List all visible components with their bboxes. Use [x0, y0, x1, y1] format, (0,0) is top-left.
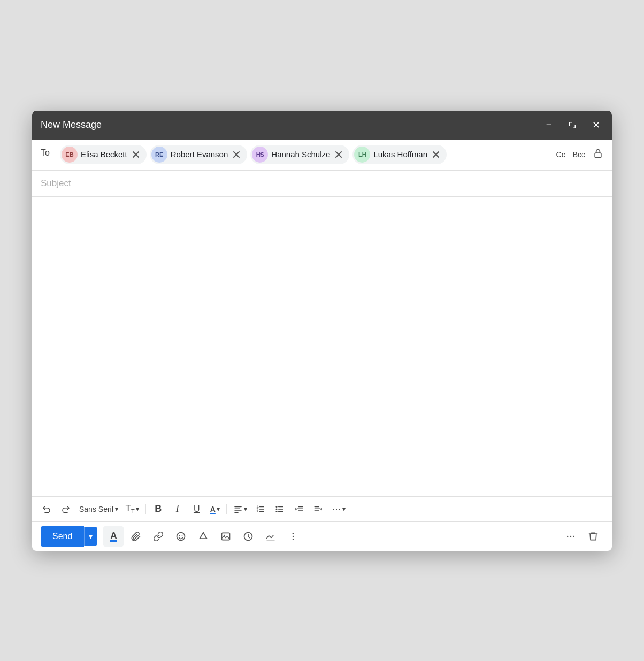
formatting-options-button[interactable]: A: [103, 526, 124, 547]
undo-button[interactable]: [37, 500, 56, 518]
recipient-chip: EBElisa Beckett: [60, 145, 147, 164]
insert-link-button[interactable]: [148, 526, 168, 547]
toolbar-divider-1: [145, 504, 146, 514]
bullet-list-button[interactable]: [271, 500, 289, 518]
attach-file-button[interactable]: [126, 526, 146, 547]
svg-rect-14: [278, 509, 283, 510]
svg-rect-12: [278, 506, 283, 507]
svg-point-25: [182, 535, 183, 536]
svg-point-24: [179, 535, 180, 536]
bcc-button[interactable]: Bcc: [571, 149, 587, 160]
svg-point-13: [275, 508, 277, 510]
insert-emoji-button[interactable]: [171, 526, 191, 547]
svg-rect-2: [234, 508, 240, 509]
svg-point-31: [293, 535, 294, 537]
recipient-remove-button[interactable]: [333, 149, 344, 160]
font-color-dropdown[interactable]: A ▾: [207, 500, 223, 518]
recipient-avatar: LH: [354, 147, 370, 163]
svg-point-32: [293, 539, 294, 540]
more-formatting-arrow: ▾: [342, 505, 346, 513]
send-dropdown-button[interactable]: ▾: [84, 527, 97, 546]
svg-rect-4: [234, 512, 239, 513]
svg-rect-17: [298, 506, 303, 507]
confidential-mode-button[interactable]: [238, 526, 258, 547]
recipient-chip: HSHannah Schulze: [250, 145, 349, 164]
align-arrow: ▾: [244, 505, 247, 513]
svg-point-33: [567, 535, 569, 537]
insert-photo-button[interactable]: [216, 526, 236, 547]
cc-button[interactable]: Cc: [554, 149, 568, 160]
compose-header: New Message − ✕: [32, 111, 612, 140]
more-options-button[interactable]: [561, 526, 581, 547]
font-size-dropdown[interactable]: TT ▾: [122, 500, 142, 518]
signature-button[interactable]: [260, 526, 281, 547]
font-family-dropdown[interactable]: Sans Serif ▾: [76, 500, 121, 518]
svg-rect-3: [234, 510, 242, 511]
google-drive-button[interactable]: [193, 526, 213, 547]
italic-button[interactable]: I: [168, 500, 187, 518]
svg-rect-21: [314, 508, 320, 509]
formatting-icon: A: [110, 531, 117, 542]
font-color-label: A: [210, 505, 216, 513]
more-button[interactable]: [283, 526, 303, 547]
compose-title: New Message: [41, 119, 102, 130]
svg-rect-1: [234, 506, 242, 507]
svg-rect-26: [222, 533, 230, 540]
recipient-name: Elisa Beckett: [81, 150, 127, 159]
subject-row: [32, 171, 612, 197]
minimize-button[interactable]: −: [541, 118, 556, 133]
subject-input[interactable]: [41, 178, 603, 189]
indent-less-button[interactable]: [290, 500, 308, 518]
recipient-remove-button[interactable]: [431, 149, 441, 160]
svg-rect-8: [259, 509, 264, 510]
svg-point-34: [570, 535, 572, 537]
send-button-group: Send ▾: [41, 526, 97, 547]
cc-bcc-area: Cc Bcc: [554, 145, 603, 165]
recipient-avatar: RE: [151, 147, 167, 163]
redo-button[interactable]: [57, 500, 75, 518]
underline-button[interactable]: U: [188, 500, 206, 518]
lock-icon: [593, 148, 603, 162]
recipient-chip: RERobert Evanson: [150, 145, 248, 164]
delete-button[interactable]: [583, 526, 603, 547]
svg-text:3.: 3.: [256, 510, 258, 513]
bold-button[interactable]: B: [149, 500, 167, 518]
recipient-name: Hannah Schulze: [271, 150, 330, 159]
svg-rect-18: [296, 508, 303, 509]
font-family-label: Sans Serif: [79, 505, 114, 513]
close-button[interactable]: ✕: [588, 118, 603, 133]
svg-point-15: [275, 511, 277, 512]
compose-body[interactable]: [32, 197, 612, 496]
svg-point-11: [275, 506, 277, 508]
font-size-arrow: ▾: [136, 505, 139, 513]
indent-more-button[interactable]: [309, 500, 327, 518]
svg-rect-19: [298, 510, 303, 511]
svg-rect-22: [314, 510, 319, 511]
compose-window: New Message − ✕ To EBElisa BeckettRERobe…: [32, 111, 612, 551]
send-dropdown-arrow: ▾: [89, 532, 93, 541]
expand-button[interactable]: [565, 118, 580, 133]
recipient-avatar: EB: [62, 147, 78, 163]
numbered-list-button[interactable]: 1.2.3.: [251, 500, 270, 518]
font-family-arrow: ▾: [115, 505, 118, 513]
recipient-chip: LHLukas Hoffman: [352, 145, 447, 164]
bottom-toolbar: Send ▾ A: [32, 521, 612, 551]
recipient-remove-button[interactable]: [231, 149, 242, 160]
align-dropdown[interactable]: ▾: [230, 500, 250, 518]
send-button[interactable]: Send: [41, 526, 84, 547]
toolbar-divider-2: [226, 504, 227, 514]
more-formatting-dropdown[interactable]: ⋯ ▾: [328, 500, 349, 518]
svg-rect-16: [278, 511, 283, 512]
recipient-avatar: HS: [252, 147, 268, 163]
recipient-remove-button[interactable]: [131, 149, 141, 160]
svg-rect-10: [259, 511, 264, 512]
svg-rect-6: [259, 506, 264, 507]
font-size-icon: TT: [126, 503, 135, 514]
recipients-area: EBElisa BeckettRERobert EvansonHSHannah …: [60, 145, 551, 164]
to-label: To: [41, 145, 53, 158]
recipient-name: Lukas Hoffman: [373, 150, 427, 159]
formatting-toolbar: Sans Serif ▾ TT ▾ B I U A ▾ ▾ 1.2.3.: [32, 496, 612, 521]
font-color-arrow: ▾: [217, 505, 220, 513]
more-formatting-icon: ⋯: [332, 503, 341, 515]
svg-point-35: [573, 535, 575, 537]
